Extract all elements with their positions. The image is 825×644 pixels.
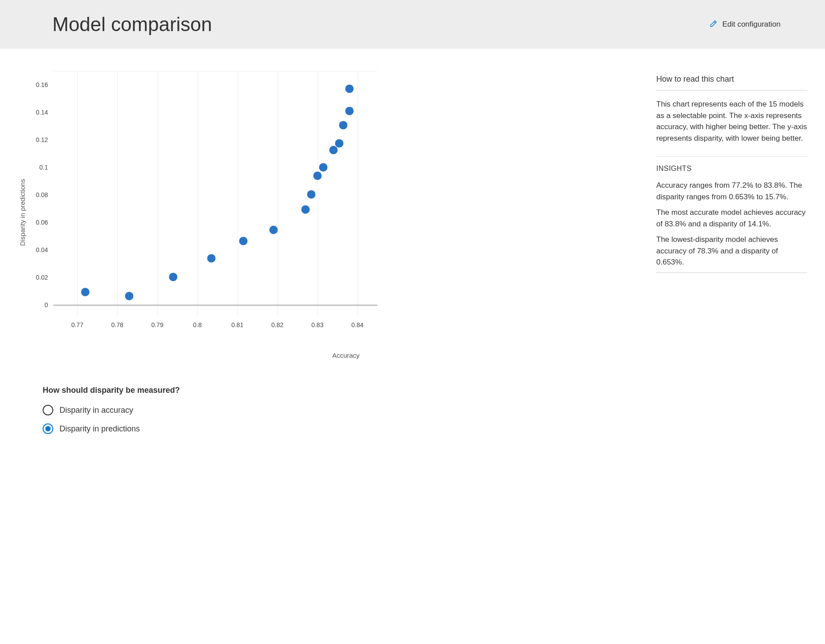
- y-tick-label: 0.1: [40, 164, 48, 171]
- model-point[interactable]: [329, 146, 337, 154]
- y-tick-label: 0.14: [36, 109, 48, 116]
- y-axis-label: Disparity in predictions: [19, 179, 26, 246]
- howto-title: How to read this chart: [656, 75, 807, 84]
- model-point[interactable]: [207, 254, 215, 262]
- y-tick-label: 0.02: [36, 274, 48, 281]
- insight-text: Accuracy ranges from 77.2% to 83.8%. The…: [656, 180, 807, 202]
- y-tick-label: 0: [44, 301, 48, 308]
- radio-disparity-accuracy[interactable]: Disparity in accuracy: [43, 405, 639, 415]
- model-point[interactable]: [125, 292, 134, 300]
- insights-heading: INSIGHTS: [656, 165, 807, 173]
- y-tick-label: 0.06: [36, 219, 48, 226]
- radio-icon: [43, 423, 53, 434]
- model-point[interactable]: [313, 171, 321, 180]
- header-bar: Model comparison Edit configuration: [0, 0, 825, 49]
- edit-configuration-label: Edit configuration: [722, 20, 781, 29]
- model-point[interactable]: [301, 205, 309, 213]
- model-point[interactable]: [345, 107, 353, 115]
- x-axis-label: Accuracy: [18, 352, 639, 359]
- x-tick-label: 0.8: [193, 321, 202, 328]
- x-tick-label: 0.78: [111, 321, 123, 328]
- insight-text: The lowest-disparity model achieves accu…: [656, 234, 807, 268]
- y-tick-label: 0.04: [36, 246, 48, 253]
- x-tick-label: 0.84: [351, 321, 363, 328]
- radio-disparity-predictions[interactable]: Disparity in predictions: [43, 423, 639, 434]
- model-point[interactable]: [239, 237, 248, 245]
- y-tick-label: 0.08: [36, 191, 48, 198]
- insight-text: The most accurate model achieves accurac…: [656, 207, 807, 229]
- y-tick-label: 0.12: [36, 136, 48, 143]
- x-tick-label: 0.83: [311, 321, 323, 328]
- page-title: Model comparison: [52, 13, 212, 36]
- x-tick-label: 0.81: [231, 321, 243, 328]
- x-tick-label: 0.82: [271, 321, 283, 328]
- model-point[interactable]: [169, 273, 178, 281]
- model-point[interactable]: [307, 190, 316, 198]
- model-point[interactable]: [335, 139, 344, 147]
- model-point[interactable]: [339, 121, 348, 130]
- scatter-chart: Disparity in predictions 0.770.780.790.8…: [18, 67, 382, 351]
- model-point[interactable]: [81, 288, 90, 296]
- pencil-icon: [709, 19, 718, 30]
- x-tick-label: 0.79: [151, 321, 163, 328]
- radio-icon: [43, 405, 53, 415]
- y-tick-label: 0.16: [36, 81, 48, 88]
- model-point[interactable]: [319, 163, 328, 172]
- x-tick-label: 0.77: [71, 321, 83, 328]
- model-point[interactable]: [269, 226, 278, 234]
- info-panel: How to read this chart This chart repres…: [656, 67, 807, 442]
- radio-label: Disparity in accuracy: [59, 406, 133, 415]
- howto-text: This chart represents each of the 15 mod…: [656, 99, 807, 144]
- disparity-question-title: How should disparity be measured?: [43, 386, 639, 395]
- radio-label: Disparity in predictions: [59, 424, 140, 434]
- model-point[interactable]: [345, 85, 353, 93]
- edit-configuration-link[interactable]: Edit configuration: [709, 19, 781, 30]
